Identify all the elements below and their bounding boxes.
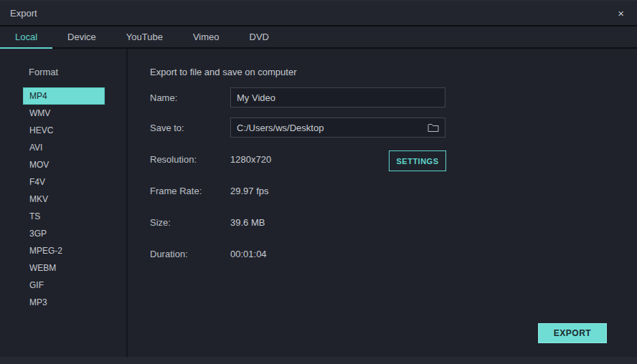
format-item-label: WMV xyxy=(29,108,50,118)
save-to-input[interactable] xyxy=(237,123,423,133)
format-item-label: WEBM xyxy=(29,263,56,273)
save-to-row: Save to: xyxy=(150,118,637,138)
format-item-label: TS xyxy=(29,211,40,221)
tab[interactable]: Vimeo xyxy=(178,27,235,49)
panel-heading: Export to file and save on computer xyxy=(150,67,637,80)
folder-browse-icon[interactable] xyxy=(428,123,439,133)
tab[interactable]: Local xyxy=(0,27,52,49)
title-bar: Export × xyxy=(0,1,637,27)
format-item-label: MP3 xyxy=(29,297,47,307)
detail-row: Frame Rate: 29.97 fps xyxy=(150,175,637,206)
tab[interactable]: YouTube xyxy=(111,27,178,49)
format-item-label: MOV xyxy=(29,160,49,170)
format-item[interactable]: HEVC xyxy=(23,122,105,139)
format-item-label: MKV xyxy=(29,194,48,204)
format-item-label: MP4 xyxy=(29,91,47,101)
format-item-label: AVI xyxy=(29,143,42,153)
detail-label: Resolution: xyxy=(150,154,230,165)
format-list: MP4 WMV HEVC AVI MOV xyxy=(0,87,126,311)
detail-label: Frame Rate: xyxy=(150,186,230,196)
tab-label: Vimeo xyxy=(193,32,220,42)
save-to-input-box xyxy=(230,118,445,138)
name-input-box xyxy=(230,87,445,107)
format-item[interactable]: MP3 xyxy=(23,294,105,311)
export-button[interactable]: EXPORT xyxy=(538,323,607,343)
save-to-label: Save to: xyxy=(150,123,230,133)
format-heading: Format xyxy=(0,67,126,77)
format-item[interactable]: WMV xyxy=(23,105,105,122)
format-item-label: HEVC xyxy=(29,125,53,135)
export-settings-panel: Export to file and save on computer Name… xyxy=(128,49,637,357)
format-item[interactable]: WEBM xyxy=(23,259,105,277)
format-item-label: GIF xyxy=(29,280,44,290)
tab-label: YouTube xyxy=(126,32,163,42)
detail-value: 00:01:04 xyxy=(230,249,267,259)
format-item[interactable]: TS xyxy=(23,208,105,225)
format-item[interactable]: MKV xyxy=(23,191,105,208)
settings-button[interactable]: SETTINGS xyxy=(389,150,446,171)
detail-row: Size: 39.6 MB xyxy=(150,206,637,238)
name-row: Name: xyxy=(150,87,637,107)
format-item-label: MPEG-2 xyxy=(29,246,62,256)
detail-value: 39.6 MB xyxy=(230,217,265,228)
detail-value: 29.97 fps xyxy=(230,186,269,196)
format-item[interactable]: GIF xyxy=(23,277,105,294)
tab-label: Local xyxy=(15,32,37,42)
tab[interactable]: Device xyxy=(52,27,111,49)
tab-label: DVD xyxy=(250,32,269,42)
name-input[interactable] xyxy=(237,92,439,103)
format-item[interactable]: MPEG-2 xyxy=(23,242,105,259)
name-label: Name: xyxy=(150,92,230,103)
export-dialog: Export × Local Device YouTube Vimeo DVD xyxy=(0,0,637,364)
detail-value: 1280x720 xyxy=(230,154,271,165)
detail-label: Duration: xyxy=(150,249,230,259)
format-item-label: F4V xyxy=(29,177,45,187)
detail-label: Size: xyxy=(150,217,230,228)
close-icon[interactable]: × xyxy=(615,6,627,20)
detail-row: Duration: 00:01:04 xyxy=(150,238,637,269)
format-item[interactable]: 3GP xyxy=(23,225,105,242)
format-item[interactable]: AVI xyxy=(23,139,105,156)
tab[interactable]: DVD xyxy=(235,27,284,49)
format-item[interactable]: F4V xyxy=(23,173,105,191)
format-sidebar: Format MP4 WMV HEVC AVI xyxy=(0,49,128,357)
format-item[interactable]: MOV xyxy=(23,156,105,173)
window-title: Export xyxy=(10,8,37,19)
tab-label: Device xyxy=(67,32,96,42)
format-item-label: 3GP xyxy=(29,229,47,239)
dialog-body: Format MP4 WMV HEVC AVI xyxy=(0,49,637,357)
format-item[interactable]: MP4 xyxy=(23,87,105,105)
tab-bar: Local Device YouTube Vimeo DVD xyxy=(0,27,637,49)
window-footer xyxy=(0,357,637,364)
